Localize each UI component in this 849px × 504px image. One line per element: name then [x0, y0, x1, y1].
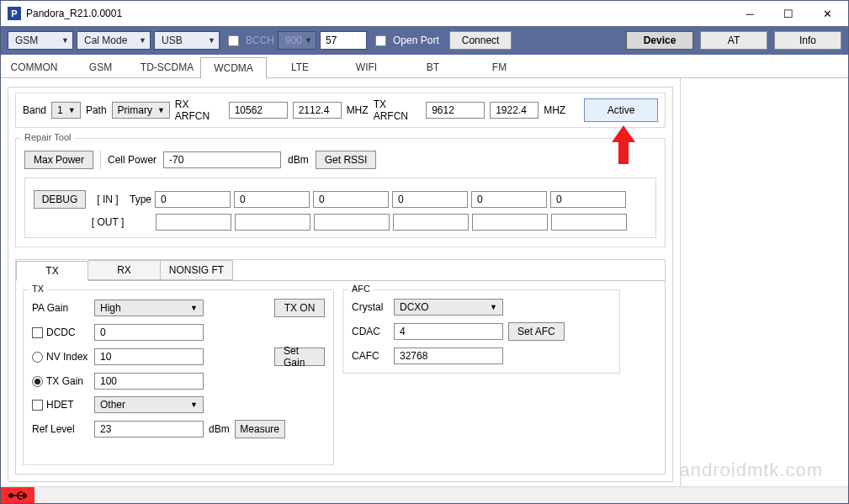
sub-tabs: TX RX NONSIG FT [16, 260, 665, 280]
at-button-label: AT [728, 34, 740, 46]
in-input-2[interactable] [313, 191, 389, 208]
subtab-rx[interactable]: RX [88, 260, 161, 280]
out-input-5[interactable] [551, 214, 627, 231]
txgain-input[interactable] [94, 373, 204, 390]
measure-button[interactable]: Measure [235, 420, 285, 438]
bcch-checkbox[interactable] [228, 35, 239, 46]
dcdc-input[interactable] [94, 324, 204, 341]
txgain-radio[interactable] [32, 376, 43, 387]
subtab-tx[interactable]: TX [16, 261, 88, 281]
rxarfcn-input[interactable] [229, 102, 288, 119]
in-input-3[interactable] [392, 191, 468, 208]
txon-button[interactable]: TX ON [274, 299, 325, 317]
cellpower-label: Cell Power [108, 154, 157, 166]
cellpower-input[interactable] [163, 151, 281, 168]
nvindex-radio[interactable] [32, 352, 43, 363]
dcdc-label: DCDC [46, 326, 76, 338]
repair-tool-fieldset: Repair Tool Max Power Cell Power dBm Get… [15, 138, 666, 247]
txarfcn-input[interactable] [426, 102, 485, 119]
cal-select[interactable]: Cal Mode▼ [77, 31, 151, 50]
tab-fm[interactable]: FM [466, 56, 533, 77]
hdet-label: HDET [46, 399, 74, 411]
device-button-label: Device [644, 34, 677, 46]
io-panel: DEBUG [ IN ] Type [ OUT ] [24, 178, 656, 238]
chevron-down-icon: ▼ [305, 36, 312, 45]
bcch-ch-select: 900▼ [278, 31, 316, 50]
tx-mhz-input[interactable] [490, 102, 539, 119]
rx-mhz-input[interactable] [293, 102, 342, 119]
hdet-select[interactable]: Other▼ [94, 396, 204, 413]
info-button[interactable]: Info [774, 31, 841, 50]
dcdc-checkbox[interactable] [32, 327, 43, 338]
tab-wcdma[interactable]: WCDMA [200, 57, 267, 78]
in-input-4[interactable] [471, 191, 547, 208]
chevron-down-icon: ▼ [190, 401, 198, 409]
path-select[interactable]: Primary▼ [112, 102, 170, 119]
getrssi-button[interactable]: Get RSSI [316, 151, 377, 169]
nvindex-label: NV Index [46, 351, 88, 363]
out-input-1[interactable] [235, 214, 310, 231]
chevron-down-icon: ▼ [68, 106, 76, 114]
at-button[interactable]: AT [700, 31, 767, 50]
pagain-select[interactable]: High▼ [94, 300, 204, 316]
pagain-select-value: High [100, 302, 121, 314]
cafc-input[interactable] [394, 347, 503, 364]
sub-body: TX PA Gain High▼ TX ON DCDC NV Inde [16, 280, 665, 474]
active-button[interactable]: Active [584, 98, 658, 122]
setgain-button-label: Set Gain [284, 345, 316, 369]
tab-lte[interactable]: LTE [267, 56, 333, 77]
band-select[interactable]: 1▼ [51, 102, 81, 119]
out-input-0[interactable] [156, 214, 231, 231]
connect-button-label: Connect [462, 34, 500, 46]
mode-select-value: GSM [15, 34, 38, 46]
type-label: Type [130, 194, 151, 205]
out-input-3[interactable] [393, 214, 469, 231]
port-input[interactable] [320, 31, 367, 50]
debug-button-label: DEBUG [42, 194, 78, 205]
afc-fieldset: AFC Crystal DCXO▼ CDAC Set AFC CAFC [342, 289, 620, 374]
measure-button-label: Measure [240, 423, 279, 435]
dbm-label: dBm [288, 154, 309, 166]
tab-tdscdma[interactable]: TD-SCDMA [134, 56, 200, 77]
chevron-down-icon: ▼ [208, 36, 215, 45]
chevron-down-icon: ▼ [190, 304, 198, 312]
openport-checkbox[interactable] [375, 35, 386, 46]
tab-bt[interactable]: BT [400, 56, 466, 77]
setafc-button[interactable]: Set AFC [508, 322, 565, 341]
tx-legend: TX [29, 284, 47, 294]
mode-select[interactable]: GSM▼ [8, 31, 73, 50]
reflevel-input[interactable] [94, 421, 204, 438]
in-input-1[interactable] [234, 191, 310, 208]
setgain-button[interactable]: Set Gain [274, 347, 325, 366]
chevron-down-icon: ▼ [139, 36, 146, 45]
dbm-label-2: dBm [209, 423, 230, 435]
maxpower-button[interactable]: Max Power [24, 151, 93, 169]
close-button[interactable]: ✕ [808, 1, 846, 26]
bcch-ch-value: 900 [285, 34, 302, 46]
in-input-0[interactable] [155, 191, 231, 208]
nvindex-input[interactable] [94, 348, 204, 365]
hdet-checkbox[interactable] [32, 400, 43, 411]
subtab-nonsigft[interactable]: NONSIG FT [161, 260, 233, 280]
tab-wifi[interactable]: WIFI [333, 56, 400, 77]
connect-button[interactable]: Connect [449, 31, 512, 50]
conn-select[interactable]: USB▼ [154, 31, 220, 50]
debug-button[interactable]: DEBUG [34, 190, 86, 209]
out-input-4[interactable] [472, 214, 548, 231]
tab-common[interactable]: COMMON [1, 56, 67, 77]
in-input-5[interactable] [550, 191, 626, 208]
crystal-select[interactable]: DCXO▼ [394, 299, 503, 316]
out-input-2[interactable] [314, 214, 390, 231]
cdac-input[interactable] [394, 323, 503, 340]
hdet-select-value: Other [100, 399, 125, 411]
right-panel [680, 78, 848, 487]
device-button[interactable]: Device [626, 31, 693, 50]
mhz-label-2: MHZ [544, 104, 565, 116]
out-label: [ OUT ] [89, 216, 126, 228]
chevron-down-icon: ▼ [61, 36, 69, 45]
tab-gsm[interactable]: GSM [67, 56, 134, 77]
minimize-button[interactable]: ─ [730, 1, 769, 26]
wcdma-panel: Band 1▼ Path Primary▼ RX ARFCN MHZ TX AR… [8, 87, 673, 482]
repair-tool-legend: Repair Tool [21, 132, 74, 142]
maximize-button[interactable]: ☐ [769, 1, 808, 26]
